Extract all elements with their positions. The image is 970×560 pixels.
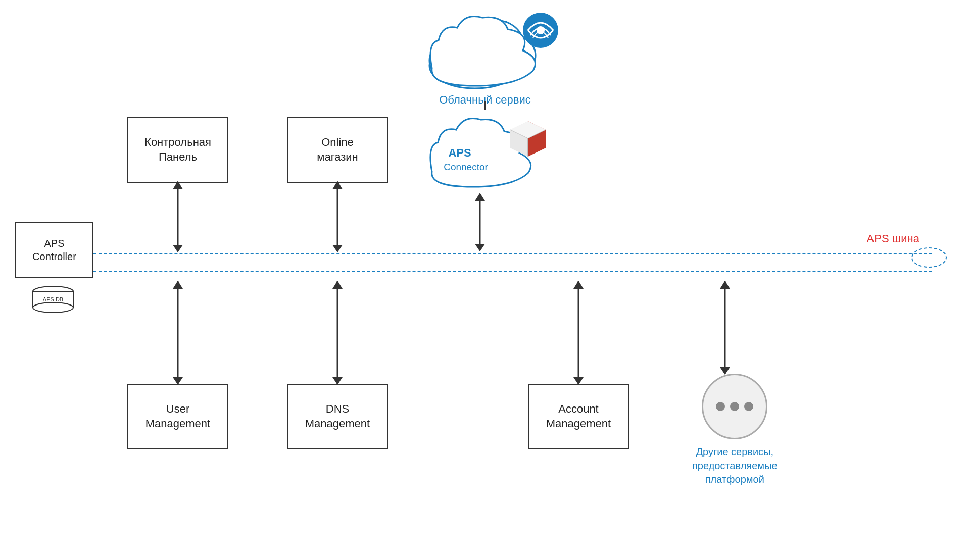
control-panel-box: КонтрольнаяПанель [127, 117, 228, 183]
svg-marker-35 [573, 281, 584, 289]
account-management-box: AccountManagement [528, 384, 629, 449]
dot-2 [730, 402, 739, 411]
dot-1 [716, 402, 725, 411]
online-shop-label: Onlineмагазин [317, 135, 358, 164]
svg-marker-29 [173, 281, 183, 289]
svg-marker-32 [332, 281, 343, 289]
aps-db-area: APS DB [30, 285, 76, 313]
telecom-logo-icon [520, 10, 561, 50]
other-services-circle [702, 374, 767, 439]
user-management-box: UserManagement [127, 384, 228, 449]
aps-connector-area: APS Connector [424, 109, 556, 194]
user-management-label: UserManagement [146, 402, 210, 431]
svg-point-9 [33, 302, 73, 313]
other-services-area: Другие сервисы,предоставляемыеплатформой [692, 374, 778, 486]
control-panel-label: КонтрольнаяПанель [144, 135, 211, 164]
svg-text:Connector: Connector [444, 162, 488, 172]
diagram-container: Облачный сервис APSController APS DB Кон… [0, 0, 970, 560]
cloud-service-label: Облачный сервис [414, 93, 556, 107]
bus-oval [911, 247, 947, 268]
dot-3 [744, 402, 753, 411]
aps-db-svg: APS DB [30, 285, 76, 313]
other-services-label: Другие сервисы,предоставляемыеплатформой [692, 445, 778, 486]
aps-controller-label: APSController [32, 237, 76, 263]
dns-management-label: DNSManagement [305, 402, 370, 431]
aps-bus [93, 250, 932, 281]
svg-text:APS: APS [448, 146, 471, 159]
online-shop-box: Onlineмагазин [287, 117, 388, 183]
aps-controller-box: APSController [15, 222, 93, 278]
dns-management-box: DNSManagement [287, 384, 388, 449]
account-management-label: AccountManagement [546, 402, 611, 431]
cloud-service-area [414, 5, 576, 106]
svg-text:APS DB: APS DB [43, 296, 63, 302]
bus-line-top [93, 253, 932, 254]
svg-marker-38 [720, 281, 730, 289]
aps-package-icon [508, 119, 548, 159]
other-dots [716, 402, 753, 411]
aps-bus-label: APS шина [867, 232, 919, 245]
bus-line-bottom [93, 271, 932, 272]
